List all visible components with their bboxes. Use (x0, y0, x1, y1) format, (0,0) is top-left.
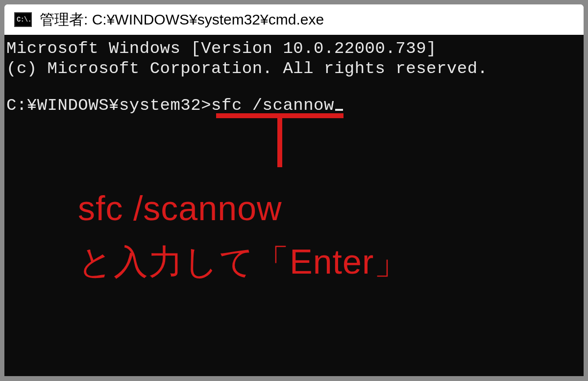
cursor-icon (335, 109, 343, 111)
annotation-text: sfc /scannow と入力して「Enter」 (78, 182, 409, 288)
window-title: 管理者: C:¥WINDOWS¥system32¥cmd.exe (40, 10, 324, 30)
cmd-window: C:\. 管理者: C:¥WINDOWS¥system32¥cmd.exe Mi… (4, 4, 584, 377)
terminal-prompt-line[interactable]: C:¥WINDOWS¥system32>sfc /scannow (4, 96, 584, 116)
cmd-icon: C:\. (14, 12, 32, 27)
terminal-area[interactable]: Microsoft Windows [Version 10.0.22000.73… (4, 35, 584, 376)
title-bar: C:\. 管理者: C:¥WINDOWS¥system32¥cmd.exe (4, 4, 584, 35)
terminal-prompt: C:¥WINDOWS¥system32> (6, 96, 211, 115)
annotation-bracket-vertical (277, 113, 282, 167)
terminal-output-line-2: (c) Microsoft Corporation. All rights re… (4, 59, 584, 79)
annotation-pointer (216, 113, 343, 167)
annotation-line-1: sfc /scannow (78, 189, 282, 228)
terminal-output-line-1: Microsoft Windows [Version 10.0.22000.73… (4, 39, 584, 59)
annotation-line-2: と入力して「Enter」 (78, 243, 409, 281)
cmd-icon-label: C:\. (17, 16, 31, 24)
terminal-command: sfc /scannow (211, 96, 334, 115)
